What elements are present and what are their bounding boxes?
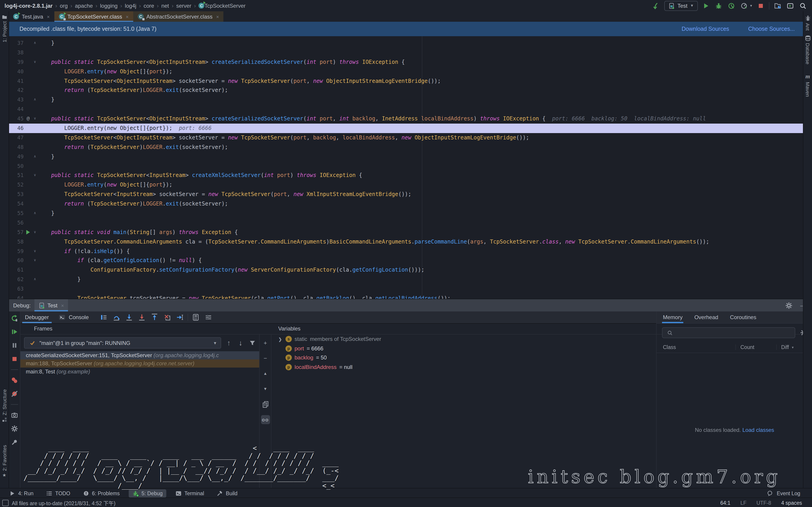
stack-frame-row[interactable]: createSerializedSocketServer:151, TcpSoc… <box>20 351 259 359</box>
line-number[interactable]: 50 <box>9 161 23 171</box>
tab-console[interactable]: Console <box>53 312 93 323</box>
force-step-into-button[interactable] <box>138 313 146 322</box>
breadcrumb-item[interactable]: org <box>60 2 68 9</box>
line-number[interactable]: 43 <box>9 95 23 105</box>
watches-toggle-button[interactable]: oo <box>261 415 270 424</box>
line-number[interactable]: 61 <box>9 266 23 275</box>
column-header-count[interactable]: Count <box>735 344 776 350</box>
stack-frame-row[interactable]: main:188, TcpSocketServer (org.apache.lo… <box>20 359 259 368</box>
fold-icon[interactable]: ∨ <box>32 256 38 266</box>
fold-icon[interactable]: ∨ <box>32 228 38 237</box>
editor-gutter[interactable]: 47 <box>9 133 38 143</box>
code-line[interactable]: 64 TcpSocketServer tcpSocketServer = new… <box>9 294 812 299</box>
editor-gutter[interactable]: 48 <box>9 143 38 152</box>
step-out-button[interactable] <box>150 313 159 322</box>
view-breakpoints-button[interactable] <box>10 376 18 384</box>
fold-icon[interactable]: ∧ <box>32 275 38 284</box>
thread-selector[interactable]: "main"@1 in group "main": RUNNING ▼ <box>24 337 221 349</box>
line-number[interactable]: 63 <box>9 284 23 294</box>
code-line[interactable]: 44 <box>9 105 812 114</box>
breadcrumb-item[interactable]: core <box>144 2 154 9</box>
code-line[interactable]: 56 <box>9 218 812 228</box>
breadcrumb-item[interactable]: logging <box>100 2 117 9</box>
rerun-button[interactable] <box>10 314 18 322</box>
line-number[interactable]: 44 <box>9 105 23 114</box>
fold-icon[interactable]: ∧ <box>32 152 38 161</box>
run-to-cursor-button[interactable] <box>176 313 184 322</box>
sidebar-item-ant[interactable]: Ant <box>803 15 812 31</box>
editor-gutter[interactable]: 52 <box>9 180 38 190</box>
close-icon[interactable]: × <box>61 302 64 308</box>
editor-gutter[interactable]: 42 <box>9 86 38 95</box>
move-down-button[interactable]: ▼ <box>261 384 270 393</box>
editor-gutter[interactable]: 43∧ <box>9 95 38 105</box>
code-line[interactable]: 42 return (TcpSocketServer)LOGGER.exit(s… <box>9 86 812 95</box>
line-number[interactable]: 41 <box>9 76 23 86</box>
next-frame-icon[interactable]: ↓ <box>237 339 245 347</box>
stop-button[interactable] <box>10 355 18 363</box>
code-line[interactable]: 53 TcpSocketServer<InputStream> socketSe… <box>9 190 812 200</box>
code-line[interactable]: 54 return (TcpSocketServer)LOGGER.exit(s… <box>9 199 812 209</box>
mute-breakpoints-button[interactable] <box>10 390 18 398</box>
breadcrumb-item[interactable]: TcpSocketServer <box>204 2 245 9</box>
event-log-button[interactable]: Event Log <box>766 489 812 497</box>
toolwindow-button-run[interactable]: 4: Run <box>5 489 37 497</box>
add-watch-button[interactable]: + <box>261 338 270 347</box>
code-line[interactable]: 39∨ public static TcpSocketServer<Object… <box>9 57 812 67</box>
sidebar-item-structure[interactable]: Z: Structure <box>0 389 9 422</box>
editor-tab[interactable]: CAbstractSocketServer.class× <box>133 11 223 22</box>
code-line[interactable]: 38 <box>9 48 812 57</box>
editor-gutter[interactable]: 59∨ <box>9 246 38 256</box>
pause-button[interactable] <box>10 341 18 349</box>
breadcrumb-item[interactable]: log4j-core-2.8.1.jar <box>5 2 53 9</box>
code-line[interactable]: 62∧ } <box>9 275 812 284</box>
line-number[interactable]: 46 <box>9 124 23 133</box>
step-into-button[interactable] <box>125 313 133 322</box>
stack-frame-row[interactable]: main:8, Test (org.example) <box>20 368 259 376</box>
editor-gutter[interactable]: 50 <box>9 161 38 171</box>
fold-icon[interactable]: ∧ <box>32 39 38 48</box>
editor-gutter[interactable]: 49∧ <box>9 152 38 161</box>
line-number[interactable]: 55 <box>9 209 23 218</box>
sidebar-item-favorites[interactable]: 2: Favorites ★ <box>0 445 9 478</box>
code-line[interactable]: 43∧ } <box>9 95 812 105</box>
breadcrumb-item[interactable]: log4j <box>125 2 136 9</box>
editor-gutter[interactable]: 62∧ <box>9 275 38 284</box>
run-config-select[interactable]: Test▼ <box>664 1 698 11</box>
search-button[interactable] <box>798 1 807 10</box>
editor-gutter[interactable]: 44 <box>9 105 38 114</box>
editor-gutter[interactable]: 61 <box>9 266 38 275</box>
code-line[interactable]: 41 TcpSocketServer<ObjectInputStream> so… <box>9 76 812 86</box>
code-line[interactable]: 49∧ } <box>9 152 812 161</box>
code-line[interactable]: 61 ConfigurationFactory.setConfiguration… <box>9 266 812 275</box>
line-number[interactable]: 58 <box>9 237 23 246</box>
toolwindow-button-terminal[interactable]: Terminal <box>172 489 208 497</box>
fold-icon[interactable]: ∨ <box>32 246 38 256</box>
code-line[interactable]: 52 LOGGER.entry(new Object[]{port}); <box>9 180 812 190</box>
run-anything-button[interactable] <box>786 1 795 10</box>
editor-gutter[interactable]: 45@∨ <box>9 114 38 124</box>
pin-button[interactable] <box>10 438 18 446</box>
sidebar-item-maven[interactable]: mMaven <box>803 73 812 97</box>
variable-row[interactable]: pbacklog = 50 <box>272 353 656 362</box>
drop-frame-button[interactable] <box>163 313 171 322</box>
profiler-button[interactable] <box>740 1 749 10</box>
layout-settings-button[interactable] <box>204 313 212 322</box>
variable-row[interactable]: plocalBindAddress = null <box>272 362 656 372</box>
copy-button[interactable] <box>261 400 270 409</box>
line-number[interactable]: 42 <box>9 86 23 95</box>
close-icon[interactable]: × <box>216 14 219 19</box>
status-item[interactable]: LF <box>741 500 747 505</box>
banner-link[interactable]: Choose Sources... <box>748 26 795 32</box>
editor-gutter[interactable]: 53 <box>9 190 38 200</box>
editor-gutter[interactable]: 37∧ <box>9 39 38 48</box>
code-line[interactable]: 57∨ public static void main(String[] arg… <box>9 228 812 237</box>
fold-icon[interactable]: ∧ <box>32 95 38 105</box>
line-number[interactable]: 37 <box>9 39 23 48</box>
debug-button[interactable] <box>714 1 723 10</box>
move-up-button[interactable]: ▲ <box>261 369 270 378</box>
resume-button[interactable] <box>10 328 18 336</box>
fold-icon[interactable]: ∨ <box>32 114 38 124</box>
close-icon[interactable]: × <box>47 14 50 19</box>
editor-gutter[interactable]: 55∧ <box>9 209 38 218</box>
